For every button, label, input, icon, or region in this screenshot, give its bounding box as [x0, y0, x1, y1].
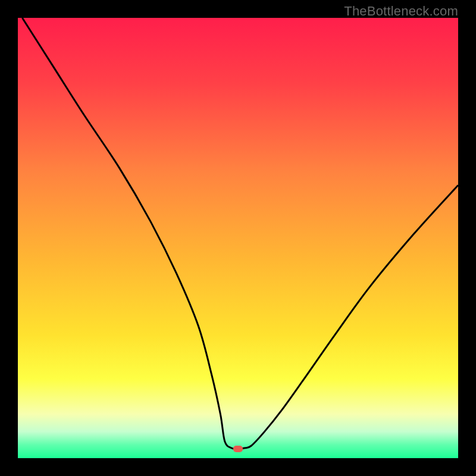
gradient-background — [18, 18, 458, 458]
chart-frame: TheBottleneck.com — [0, 0, 476, 476]
watermark-text: TheBottleneck.com — [344, 4, 458, 19]
bottleneck-marker — [233, 446, 243, 452]
bottleneck-chart — [18, 18, 458, 458]
plot-area — [18, 18, 458, 458]
